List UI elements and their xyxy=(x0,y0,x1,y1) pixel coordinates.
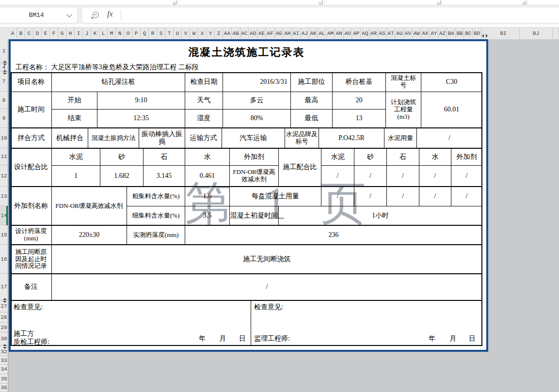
cell-adm-name[interactable]: FDN-OR缓凝高效减水剂 xyxy=(52,187,127,226)
cell-r10-v1[interactable]: 机械拌合 xyxy=(52,128,88,149)
cell-adm-initial_l[interactable]: 混凝土初凝时间 xyxy=(230,206,279,226)
cell-r89-plan_l[interactable]: 计划浇筑工程量(m3) xyxy=(386,92,421,128)
cell-mix-heads-1[interactable]: 砂 xyxy=(100,149,144,166)
col-header-18[interactable]: AS xyxy=(378,28,387,39)
cell-mix-heads-4[interactable]: 外加剂 xyxy=(230,149,279,166)
cell-r89-label[interactable]: 施工时间 xyxy=(11,92,52,128)
col-header-29[interactable]: BD xyxy=(473,28,481,39)
cell-slump-measured_l[interactable]: 实测坍落度(mm) xyxy=(127,226,185,245)
col-header-16[interactable]: Q xyxy=(141,28,149,39)
cell-mix-values-2[interactable]: 3.145 xyxy=(144,166,185,187)
dialog-launcher-icon[interactable] xyxy=(437,0,441,4)
cell-mix-right_label[interactable]: 施工配合比 xyxy=(279,149,321,187)
cell-r7-l3[interactable]: 施工部位 xyxy=(291,72,333,92)
col-header-10[interactable]: K xyxy=(91,28,99,39)
cell-mix-heads-3[interactable]: 水 xyxy=(185,149,230,166)
col-header-11[interactable]: L xyxy=(99,28,108,39)
row-header[interactable]: 8 xyxy=(0,92,8,109)
dialog-launcher-icon[interactable] xyxy=(319,0,322,4)
col-header-0[interactable]: BI xyxy=(487,28,520,39)
col-header-22[interactable]: W xyxy=(190,28,198,39)
col-header-15[interactable]: AP xyxy=(352,28,361,39)
cell-r10-v4[interactable]: P.O42.5R xyxy=(319,128,384,149)
cell-adm-initial_v[interactable]: 1小时 xyxy=(279,206,482,226)
col-header-8[interactable]: AI xyxy=(292,28,301,39)
row-header[interactable]: 17 xyxy=(0,274,8,300)
cell-r89-weather_v[interactable]: 多云 xyxy=(223,92,291,110)
col-header-24[interactable]: Y xyxy=(207,28,215,39)
row-header[interactable]: 29 xyxy=(0,323,8,332)
cell-adm-coarse_l[interactable]: 粗集料含水量(%) xyxy=(127,187,185,206)
cell-adm-fine_l[interactable]: 细集料含水量(%) xyxy=(127,206,185,226)
col-header-5[interactable]: F xyxy=(50,28,58,39)
cell-r7-l2[interactable]: 检查日期 xyxy=(185,72,223,92)
cell-mix-right_heads-0[interactable]: 水泥 xyxy=(321,149,354,166)
cell-mix-values-3[interactable]: 0.461 xyxy=(185,166,230,187)
cell-r7-v2[interactable]: 2016/3/31 xyxy=(223,72,291,92)
cell-adm-label[interactable]: 外加剂名称 xyxy=(11,187,52,226)
cell-r7-l1[interactable]: 项目名称 xyxy=(11,72,52,92)
row-header[interactable]: 13 xyxy=(0,187,8,206)
col-header-2[interactable]: C xyxy=(25,28,33,39)
col-header-3[interactable]: D xyxy=(33,28,42,39)
cell-inter-label[interactable]: 施工间断原因及起止时间情况记录 xyxy=(11,245,52,274)
row-header[interactable]: 33 xyxy=(0,356,8,365)
cell-r7-v1[interactable]: 钻孔灌注桩 xyxy=(52,72,185,92)
cell-adm-batch-0[interactable]: / xyxy=(321,187,354,206)
cell-r10-v3[interactable]: 汽车运输 xyxy=(222,128,285,149)
cell-adm-fine_v[interactable]: 3.5 xyxy=(185,206,230,226)
cell-mix-right_values-3[interactable]: / xyxy=(419,166,451,187)
cell-mix-right_values-2[interactable]: / xyxy=(387,166,419,187)
col-header-19[interactable]: T xyxy=(165,28,174,39)
cell-r89-hum_l[interactable]: 湿度 xyxy=(185,110,223,128)
col-header-27[interactable]: BB xyxy=(456,28,464,39)
cell-inter-value[interactable]: 施工无间断浇筑 xyxy=(52,245,482,274)
col-header-8[interactable]: I xyxy=(75,28,83,39)
cell-r89-start_v[interactable]: 9:10 xyxy=(97,92,185,110)
col-header-23[interactable]: X xyxy=(198,28,207,39)
col-header-7[interactable]: H xyxy=(66,28,75,39)
hidden-rows-marker[interactable] xyxy=(3,344,7,349)
hidden-rows-marker[interactable] xyxy=(3,298,7,303)
cell-adm-coarse_v[interactable]: 1.6 xyxy=(185,187,230,206)
cell-r89-hum_v[interactable]: 80% xyxy=(223,110,291,128)
col-header-7[interactable]: AH xyxy=(283,28,292,39)
cell-mix-values-1[interactable]: 1.682 xyxy=(100,166,144,187)
cell-mix-right_heads-4[interactable]: 外加剂 xyxy=(451,149,482,166)
row-header[interactable]: 35 xyxy=(0,374,8,384)
cell-r89-min_v[interactable]: 13 xyxy=(333,110,386,128)
col-header-12[interactable]: M xyxy=(108,28,116,39)
col-header-13[interactable]: AN xyxy=(335,28,344,39)
col-header-6[interactable]: G xyxy=(58,28,66,39)
dialog-launcher-icon[interactable] xyxy=(173,0,176,4)
col-header-12[interactable]: AM xyxy=(326,28,335,39)
chevron-down-icon[interactable] xyxy=(66,12,72,17)
cell-adm-batch_l[interactable]: 每盘混凝土用量 xyxy=(230,187,321,206)
col-header-14[interactable]: AO xyxy=(344,28,352,39)
hidden-columns-marker[interactable] xyxy=(482,34,488,38)
cell-remark-value[interactable]: / xyxy=(52,274,482,301)
cell-mix-right_values-0[interactable]: / xyxy=(321,166,354,187)
cell-mix-right_values-4[interactable]: / xyxy=(451,166,482,187)
zoom-out-icon[interactable] xyxy=(93,12,99,18)
cell-r89-max_v[interactable]: 20 xyxy=(333,92,386,110)
row-header[interactable]: 10 xyxy=(0,128,8,148)
cell-mix-right_heads-1[interactable]: 砂 xyxy=(354,149,387,166)
col-header-26[interactable]: BA xyxy=(447,28,456,39)
cell-r89-plan_v[interactable]: 60.01 xyxy=(421,92,482,128)
cell-r7-l4[interactable]: 混凝土标号 xyxy=(386,72,421,92)
cell-adm-batch-1[interactable]: / xyxy=(354,187,387,206)
row-header[interactable]: 15 xyxy=(0,225,8,245)
cell-r10-l3[interactable]: 运输方式 xyxy=(185,128,222,149)
cell-remark-label[interactable]: 备注 xyxy=(11,274,52,301)
cell-r10-v5[interactable]: / xyxy=(417,128,482,149)
cell-r89-end_l[interactable]: 结束 xyxy=(52,110,97,128)
col-header-5[interactable]: AF xyxy=(266,28,275,39)
cell-r89-max_l[interactable]: 最高 xyxy=(291,92,333,110)
cell-r7-v4[interactable]: C30 xyxy=(421,72,482,92)
cell-slump-measured_v[interactable]: 236 xyxy=(185,226,482,245)
col-header-9[interactable]: J xyxy=(83,28,91,39)
col-header-4[interactable]: E xyxy=(42,28,50,39)
cell-name-box[interactable]: BM14 xyxy=(0,7,78,23)
col-header-9[interactable]: AJ xyxy=(301,28,309,39)
